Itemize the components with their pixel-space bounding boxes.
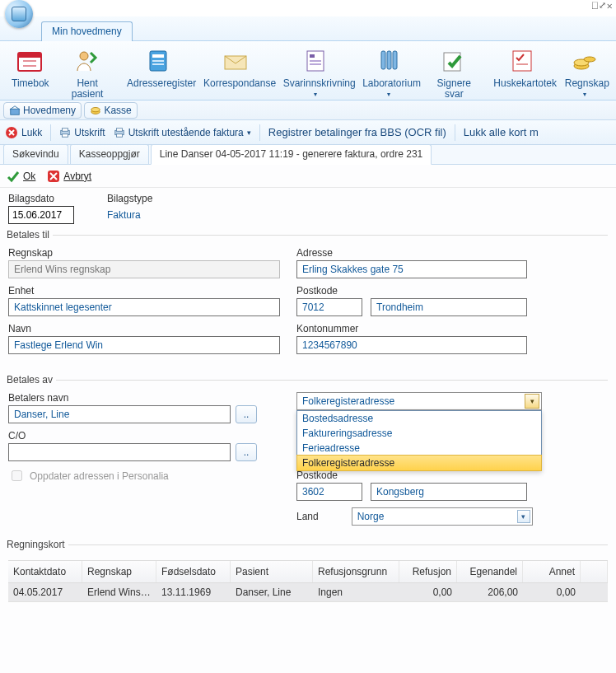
col-fodselsdato[interactable]: Fødselsdato — [156, 561, 231, 582]
pill-label: Hovedmeny — [23, 105, 76, 116]
col-egenandel[interactable]: Egenandel — [457, 561, 523, 582]
section-betales-til: Betales til Regnskap Enhet Navn Adress — [8, 229, 608, 369]
ribbon-huskekartotek[interactable]: Huskekartotek — [487, 44, 556, 100]
postkode-input[interactable] — [296, 298, 362, 316]
postkode-av-label: Postkode — [296, 470, 608, 481]
ribbon-laboratorium[interactable]: Laboratorium▾ — [356, 44, 421, 100]
ribbon-signere-svar[interactable]: Signere svar — [422, 44, 485, 100]
tab-min-hovedmeny[interactable]: Min hovedmeny — [41, 21, 133, 41]
tab-faktura-ordre[interactable]: Line Danser 04-05-2017 11:19 - generere … — [151, 144, 432, 165]
lookup-co-button[interactable]: .. — [236, 443, 257, 461]
action-lukk[interactable]: Lukk — [5, 126, 42, 139]
dropdown-option[interactable]: Ferieadresse — [297, 441, 541, 456]
tab-sokevindu[interactable]: Søkevindu — [3, 144, 68, 164]
navn-input[interactable] — [8, 336, 280, 354]
section-betales-av: Betales av Betalers navn .. C/O .. — [8, 374, 608, 534]
divider — [455, 124, 455, 141]
action-lukk-alle-kort[interactable]: Lukk alle kort m — [464, 126, 539, 138]
window-titlebar: ⎕⤢⨉ — [0, 0, 616, 16]
svg-rect-31 — [116, 128, 122, 131]
oppdater-adresse-checkbox — [12, 470, 22, 481]
ribbon-label: Huskekartotek — [493, 78, 549, 89]
chevron-down-icon[interactable]: ▾ — [517, 510, 530, 523]
ribbon-toolbar: Timebok Hent pasient Adresseregister Kor… — [0, 41, 616, 100]
dropdown-selected-value: Folkeregisteradresse — [302, 395, 394, 407]
col-extra[interactable] — [581, 561, 608, 582]
section-legend: Regningskort — [7, 539, 68, 550]
enhet-label: Enhet — [8, 285, 280, 297]
dropdown-list: Bostedsadresse Faktureringsadresse Ferie… — [296, 410, 542, 471]
avbryt-button[interactable]: Avbryt — [47, 170, 91, 183]
test-tubes-icon — [376, 48, 402, 74]
checklist-icon — [509, 48, 535, 74]
document-tabs: Søkevindu Kasseoppgjør Line Danser 04-05… — [0, 145, 616, 165]
coins-small-icon — [90, 105, 101, 116]
confirm-row: Ok Avbryt — [0, 165, 616, 188]
co-input[interactable] — [8, 443, 231, 461]
ribbon-label: Regnskap▾ — [565, 78, 604, 100]
ribbon-hent-pasient[interactable]: Hent pasient — [56, 44, 119, 100]
col-refusjonsgrunn[interactable]: Refusjonsgrunn — [313, 561, 399, 582]
cell-egenandel: 206,00 — [457, 583, 523, 601]
ribbon-regnskap[interactable]: Regnskap▾ — [558, 44, 611, 100]
ribbon-svarinnskrivning[interactable]: Svarinnskrivning▾ — [277, 44, 355, 100]
action-utskrift-faktura[interactable]: Utskrift utestående faktura ▾ — [114, 127, 251, 138]
land-label: Land — [296, 511, 319, 522]
ribbon-label: Svarinnskrivning▾ — [283, 78, 348, 100]
chevron-down-icon[interactable]: ▾ — [525, 394, 539, 409]
ribbon-label: Adresseregister — [127, 78, 189, 89]
poststed-input[interactable] — [371, 298, 527, 316]
land-select[interactable]: Norge ▾ — [352, 507, 533, 526]
bilagstype-value: Faktura — [107, 206, 141, 221]
dropdown-option-selected[interactable]: Folkeregisteradresse — [296, 455, 542, 471]
col-pasient[interactable]: Pasient — [231, 561, 313, 582]
svg-rect-13 — [310, 63, 321, 65]
ribbon-timebok[interactable]: Timebok — [5, 44, 54, 100]
cell-annet: 0,00 — [523, 583, 581, 601]
svg-rect-12 — [310, 60, 321, 62]
task-list-icon — [302, 48, 329, 74]
enhet-input[interactable] — [8, 298, 280, 316]
section-regningskort: Regningskort Kontaktdato Regnskap Fødsel… — [8, 539, 608, 610]
bilagstype-label: Bilagstype — [107, 193, 152, 204]
ribbon-label: Signere svar — [429, 78, 478, 100]
table-row[interactable]: 04.05.2017 Erlend Wins r... 13.11.1969 D… — [8, 583, 608, 602]
chevron-down-icon: ▾ — [362, 89, 414, 100]
app-logo-orb[interactable] — [5, 0, 33, 28]
ribbon-label: Laboratorium▾ — [362, 78, 414, 100]
navn-label: Navn — [8, 323, 280, 334]
header-fields: Bilagsdato Bilagstype Faktura — [8, 193, 608, 224]
bilagsdato-input[interactable] — [8, 206, 74, 224]
postkode-av-input[interactable] — [296, 483, 362, 501]
pill-kasse[interactable]: Kasse — [84, 102, 137, 119]
svg-point-4 — [80, 52, 88, 60]
ok-button[interactable]: Ok — [7, 170, 35, 183]
svg-rect-15 — [387, 51, 391, 69]
ribbon-adresseregister[interactable]: Adresseregister — [120, 44, 195, 100]
ribbon-korrespondanse[interactable]: Korrespondanse — [197, 44, 275, 100]
postkode-label: Postkode — [296, 285, 608, 297]
window-controls[interactable]: ⎕⤢⨉ — [592, 0, 613, 11]
action-registrer-betalinger[interactable]: Registrer betalinger fra BBS (OCR fil) — [268, 126, 446, 138]
kontonummer-input[interactable] — [296, 336, 527, 354]
regnskap-select[interactable] — [8, 260, 280, 278]
cell-extra — [581, 583, 608, 601]
col-kontaktdato[interactable]: Kontaktdato — [8, 561, 82, 582]
betalers-navn-input[interactable] — [8, 405, 231, 423]
adresse-input[interactable] — [296, 260, 527, 278]
col-annet[interactable]: Annet — [523, 561, 581, 582]
lookup-betaler-button[interactable]: .. — [236, 405, 257, 423]
poststed-av-input[interactable] — [371, 483, 527, 501]
context-tabs: Hovedmeny Kasse — [0, 100, 616, 120]
col-refusjon[interactable]: Refusjon — [399, 561, 457, 582]
dropdown-option[interactable]: Faktureringsadresse — [297, 426, 541, 441]
dropdown-option[interactable]: Bostedsadresse — [297, 411, 541, 426]
tab-kasseoppgjor[interactable]: Kasseoppgjør — [70, 144, 149, 164]
check-green-icon — [7, 170, 20, 183]
pill-hovedmeny[interactable]: Hovedmeny — [3, 102, 82, 119]
adresse-type-dropdown[interactable]: Folkeregisteradresse ▾ Bostedsadresse Fa… — [296, 392, 608, 410]
calendar-icon — [16, 48, 43, 74]
col-regnskap[interactable]: Regnskap — [82, 561, 156, 582]
action-utskrift[interactable]: Utskrift — [59, 127, 105, 138]
divider — [50, 124, 51, 141]
